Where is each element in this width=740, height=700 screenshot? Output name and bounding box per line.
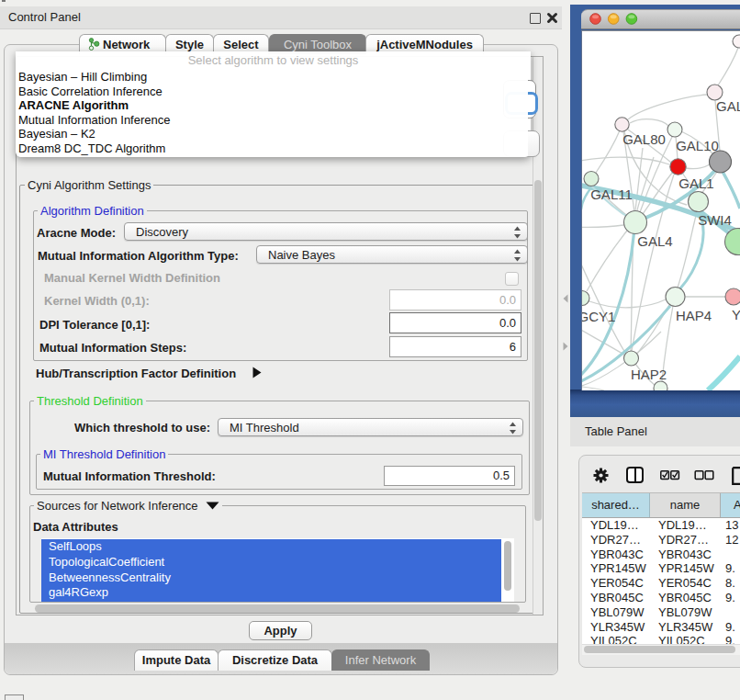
svg-text:GAL7: GAL7 [716,98,740,114]
svg-text:SWI4: SWI4 [698,212,732,228]
svg-text:HAP4: HAP4 [676,308,712,323]
svg-text:HAP2: HAP2 [631,367,667,382]
svg-text:GAL80: GAL80 [622,131,666,147]
svg-text:GAL4: GAL4 [637,233,672,249]
svg-text:GAL10: GAL10 [676,138,719,153]
svg-text:GAL11: GAL11 [590,186,633,202]
svg-text:Y: Y [732,307,740,322]
svg-text:GCY1: GCY1 [581,309,615,324]
svg-text:GAL1: GAL1 [678,175,713,191]
